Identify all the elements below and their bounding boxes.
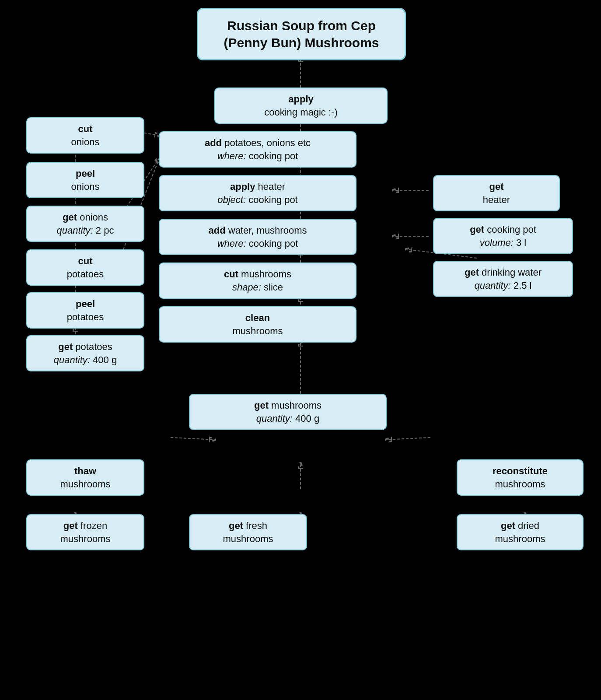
add-water-node: add water, mushrooms where: cooking pot (159, 219, 356, 255)
apply-cooking-rest: cooking magic :-) (264, 107, 338, 118)
get-frozen-rest2: mushrooms (60, 533, 111, 544)
reconstitute-mushrooms-node: reconstitute mushrooms (457, 459, 584, 496)
get-dried-bold: get (501, 520, 515, 531)
get-cooking-pot-rest2: 3 l (516, 237, 526, 248)
cut-mushrooms-node: cut mushrooms shape: slice (159, 262, 356, 299)
add-potatoes-rest: potatoes, onions etc (224, 137, 311, 148)
get-potatoes-bold: get (58, 341, 73, 352)
add-water-italic: where: (217, 238, 246, 249)
get-onions-rest2: 2 pc (96, 225, 114, 236)
title-node: Russian Soup from Cep (Penny Bun) Mushro… (197, 8, 406, 60)
get-fresh-bold: get (229, 520, 243, 531)
get-mushrooms-italic: quantity: (256, 413, 293, 424)
get-drinking-water-rest: drinking water (482, 267, 542, 278)
get-mushrooms-node: get mushrooms quantity: 400 g (189, 394, 387, 430)
get-drinking-water-bold: get (465, 267, 479, 278)
peel-potatoes-rest: potatoes (67, 312, 104, 322)
cut-onions-node: cut onions (26, 117, 144, 154)
get-dried-node: get dried mushrooms (457, 514, 584, 550)
get-mushrooms-rest: mushrooms (271, 400, 321, 411)
reconstitute-mushrooms-bold: reconstitute (493, 466, 548, 476)
peel-onions-rest: onions (71, 181, 100, 192)
svg-line-18 (171, 438, 214, 440)
title-text: Russian Soup from Cep (Penny Bun) Mushro… (224, 18, 379, 50)
add-potatoes-rest2: cooking pot (249, 150, 298, 161)
get-heater-node: get heater (433, 175, 560, 211)
get-heater-bold: get (489, 181, 504, 192)
get-onions-rest: onions (80, 212, 108, 223)
get-potatoes-rest: potatoes (75, 341, 112, 352)
cut-potatoes-bold: cut (78, 256, 93, 266)
peel-potatoes-bold: peel (76, 298, 95, 309)
peel-potatoes-node: peel potatoes (26, 292, 144, 329)
get-cooking-pot-italic: volume: (480, 237, 514, 248)
clean-mushrooms-bold: clean (245, 312, 270, 323)
get-onions-bold: get (63, 212, 77, 223)
get-fresh-node: get fresh mushrooms (189, 514, 307, 550)
apply-cooking-bold: apply (288, 94, 313, 105)
cut-mushrooms-italic: shape: (232, 282, 261, 293)
get-frozen-bold: get (63, 520, 78, 531)
cut-mushrooms-bold: cut (224, 269, 238, 280)
add-water-rest: water, mushrooms (228, 225, 307, 236)
apply-heater-node: apply heater object: cooking pot (159, 175, 356, 211)
apply-heater-rest2: cooking pot (248, 194, 298, 205)
thaw-mushrooms-bold: thaw (74, 466, 96, 476)
add-potatoes-bold: add (205, 137, 222, 148)
cut-mushrooms-rest: mushrooms (241, 269, 291, 280)
thaw-mushrooms-node: thaw mushrooms (26, 459, 144, 496)
get-drinking-water-italic: quantity: (475, 280, 511, 291)
get-frozen-node: get frozen mushrooms (26, 514, 144, 550)
apply-heater-bold: apply (230, 181, 255, 192)
cut-potatoes-node: cut potatoes (26, 249, 144, 286)
clean-mushrooms-node: clean mushrooms (159, 306, 356, 343)
add-potatoes-node: add potatoes, onions etc where: cooking … (159, 131, 356, 168)
get-dried-rest2: mushrooms (495, 533, 545, 544)
get-fresh-rest2: mushrooms (223, 533, 273, 544)
thaw-mushrooms-rest: mushrooms (60, 479, 111, 490)
cut-potatoes-rest: potatoes (67, 269, 104, 280)
get-cooking-pot-bold: get (470, 224, 484, 235)
get-onions-italic: quantity: (57, 225, 93, 236)
get-cooking-pot-rest: cooking pot (487, 224, 536, 235)
add-water-bold: add (209, 225, 226, 236)
get-potatoes-node: get potatoes quantity: 400 g (26, 335, 144, 371)
svg-line-19 (387, 438, 430, 440)
cut-mushrooms-rest2: slice (264, 282, 283, 293)
apply-heater-italic: object: (217, 194, 246, 205)
get-mushrooms-rest2: 400 g (295, 413, 319, 424)
peel-onions-node: peel onions (26, 162, 144, 198)
cut-onions-rest: onions (71, 136, 100, 147)
get-frozen-rest: frozen (80, 520, 107, 531)
reconstitute-mushrooms-rest: mushrooms (495, 479, 545, 490)
clean-mushrooms-rest: mushrooms (233, 326, 283, 336)
add-potatoes-italic: where: (217, 150, 246, 161)
get-mushrooms-bold: get (254, 400, 269, 411)
get-cooking-pot-node: get cooking pot volume: 3 l (433, 218, 573, 254)
get-dried-rest: dried (518, 520, 539, 531)
get-fresh-rest: fresh (246, 520, 267, 531)
apply-heater-rest: heater (258, 181, 285, 192)
cut-onions-bold: cut (78, 123, 93, 134)
get-onions-node: get onions quantity: 2 pc (26, 206, 144, 242)
apply-cooking-node: apply cooking magic :-) (214, 88, 388, 124)
peel-onions-bold: peel (76, 168, 95, 179)
get-heater-rest: heater (483, 194, 510, 205)
get-drinking-water-node: get drinking water quantity: 2.5 l (433, 261, 573, 297)
add-water-rest2: cooking pot (249, 238, 298, 249)
get-potatoes-italic: quantity: (54, 354, 90, 365)
get-drinking-water-rest2: 2.5 l (514, 280, 532, 291)
get-potatoes-rest2: 400 g (93, 354, 117, 365)
